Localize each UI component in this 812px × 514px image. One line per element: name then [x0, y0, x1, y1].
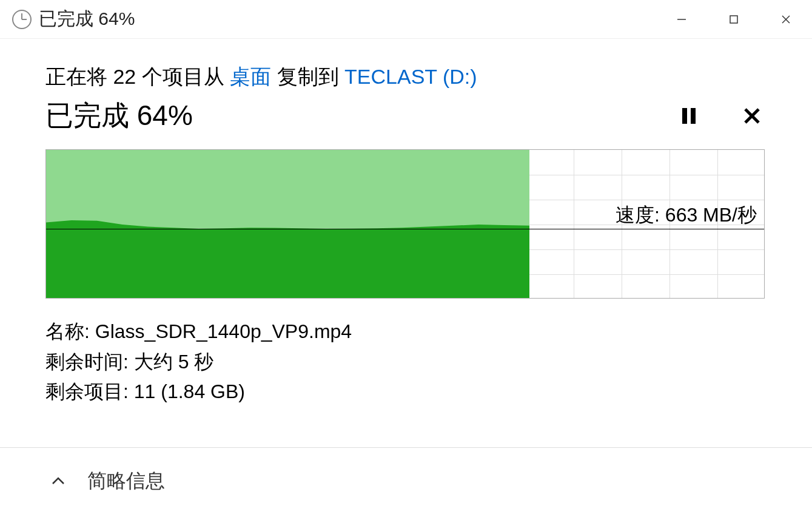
detail-items: 剩余项目: 11 (1.84 GB): [45, 377, 767, 407]
copy-prefix: 正在将 22 个项目从: [45, 65, 230, 88]
destination-link[interactable]: TECLAST (D:): [344, 65, 477, 88]
titlebar: 已完成 64%: [0, 0, 812, 39]
detail-time: 剩余时间: 大约 5 秒: [45, 347, 767, 377]
cancel-button[interactable]: [740, 104, 764, 128]
copy-description: 正在将 22 个项目从 桌面 复制到 TECLAST (D:): [45, 63, 767, 91]
chevron-up-icon[interactable]: [49, 472, 68, 491]
progress-label: 已完成 64%: [45, 97, 193, 135]
svg-rect-7: [682, 108, 687, 124]
speed-label: 速度: 663 MB/秒: [616, 202, 757, 229]
minimize-button[interactable]: [656, 0, 708, 38]
svg-rect-4: [730, 16, 737, 23]
detail-name: 名称: Glass_SDR_1440p_VP9.mp4: [45, 317, 767, 347]
content: 正在将 22 个项目从 桌面 复制到 TECLAST (D:) 已完成 64% …: [0, 39, 812, 407]
pause-button[interactable]: [677, 104, 701, 128]
window-title: 已完成 64%: [39, 7, 656, 32]
maximize-button[interactable]: [708, 0, 760, 38]
close-button[interactable]: [760, 0, 812, 38]
details-toggle-label[interactable]: 简略信息: [87, 468, 165, 495]
speed-chart: 速度: 663 MB/秒: [45, 149, 767, 299]
window-controls: [656, 0, 812, 38]
source-link[interactable]: 桌面: [230, 65, 271, 88]
clock-icon: [11, 8, 33, 30]
svg-rect-8: [691, 108, 696, 124]
details: 名称: Glass_SDR_1440p_VP9.mp4 剩余时间: 大约 5 秒…: [45, 317, 767, 407]
progress-actions: [677, 104, 767, 128]
copy-middle: 复制到: [271, 65, 344, 88]
footer: 简略信息: [0, 447, 812, 514]
svg-marker-12: [46, 220, 529, 298]
progress-row: 已完成 64%: [45, 97, 767, 135]
